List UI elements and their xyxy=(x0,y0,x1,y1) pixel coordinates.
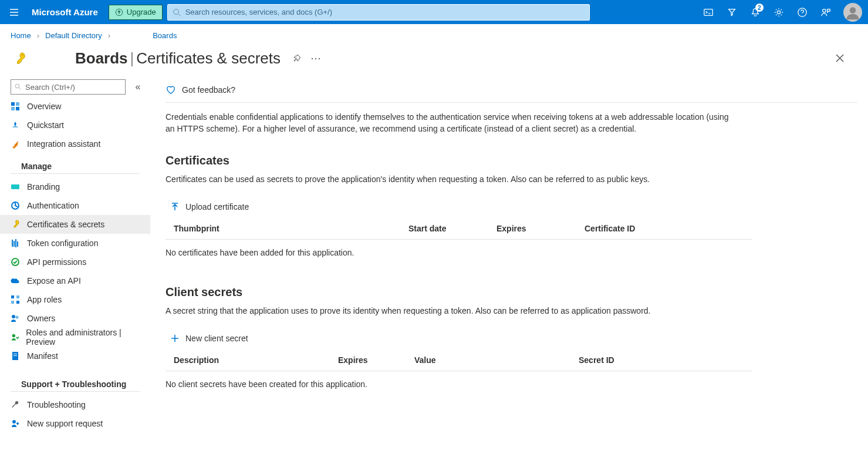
sidebar-item-api-permissions[interactable]: API permissions xyxy=(0,253,150,271)
sidebar-item-quickstart[interactable]: Quickstart xyxy=(0,116,150,135)
search-icon xyxy=(173,8,181,16)
svg-point-26 xyxy=(12,420,16,424)
svg-rect-24 xyxy=(13,354,17,354)
sidebar-item-label: API permissions xyxy=(27,257,86,267)
sidebar-item-label: Expose an API xyxy=(27,276,81,285)
sidebar-item-label: Certificates & secrets xyxy=(27,220,104,229)
app-key-icon xyxy=(11,52,75,65)
cloud-icon xyxy=(11,276,20,285)
token-icon xyxy=(11,238,20,248)
sidebar-item-manifest[interactable]: Manifest xyxy=(0,347,150,365)
new-client-secret-button[interactable]: New client secret xyxy=(170,327,857,350)
brand-label[interactable]: Microsoft Azure xyxy=(28,7,109,17)
cloud-shell-button[interactable] xyxy=(697,0,720,24)
help-button[interactable] xyxy=(791,0,814,24)
sidebar-item-troubleshooting[interactable]: Troubleshooting xyxy=(0,395,150,414)
col-certificate-id: Certificate ID xyxy=(576,218,752,240)
collapse-sidebar-button[interactable]: « xyxy=(130,79,146,95)
sidebar-item-overview[interactable]: Overview xyxy=(0,97,150,116)
sidebar-item-certificates[interactable]: Certificates & secrets xyxy=(0,215,150,234)
sidebar-item-label: Roles and administrators | Preview xyxy=(26,328,140,347)
svg-rect-18 xyxy=(11,301,14,304)
breadcrumb-home[interactable]: Home xyxy=(11,31,31,40)
svg-rect-17 xyxy=(16,295,19,298)
plus-icon xyxy=(170,334,180,343)
heart-icon xyxy=(166,85,176,95)
sidebar-item-label: Manifest xyxy=(27,351,58,361)
upload-certificate-label: Upload certificate xyxy=(185,202,249,211)
sidebar-item-owners[interactable]: Owners xyxy=(0,309,150,328)
secrets-desc: A secret string that the application use… xyxy=(166,306,857,315)
svg-rect-9 xyxy=(11,102,15,106)
svg-rect-16 xyxy=(11,295,14,298)
sidebar-item-label: Troubleshooting xyxy=(27,400,86,409)
sidebar-search[interactable]: Search (Ctrl+/) xyxy=(11,79,126,95)
col-thumbprint: Thumbprint xyxy=(166,218,400,240)
main-content: Got feedback? Credentials enable confide… xyxy=(150,77,868,441)
sidebar-item-roles-admins[interactable]: Roles and administrators | Preview xyxy=(0,328,150,347)
certificates-empty: No certificates have been added for this… xyxy=(166,248,857,257)
close-button[interactable] xyxy=(828,46,852,70)
secrets-table: Description Expires Value Secret ID xyxy=(166,350,752,371)
upload-certificate-button[interactable]: Upload certificate xyxy=(170,196,857,218)
permissions-icon xyxy=(11,257,20,267)
svg-rect-19 xyxy=(16,301,19,304)
col-description: Description xyxy=(166,350,330,371)
sidebar-item-label: Integration assistant xyxy=(27,139,100,149)
breadcrumb-app[interactable]: Boards xyxy=(153,31,177,40)
col-secret-id: Secret ID xyxy=(570,350,752,371)
secrets-empty: No client secrets have been created for … xyxy=(166,379,857,389)
global-search-placeholder: Search resources, services, and docs (G+… xyxy=(185,8,332,16)
upgrade-button[interactable]: Upgrade xyxy=(109,5,163,20)
sidebar-item-label: Token configuration xyxy=(27,238,98,248)
svg-point-1 xyxy=(173,9,178,14)
global-search[interactable]: Search resources, services, and docs (G+… xyxy=(167,4,590,21)
svg-point-3 xyxy=(777,11,780,14)
breadcrumb-directory[interactable]: Default Directory xyxy=(45,31,102,40)
sidebar-item-token[interactable]: Token configuration xyxy=(0,234,150,253)
more-button[interactable]: ⋯ xyxy=(306,49,325,68)
directory-filter-button[interactable] xyxy=(720,0,744,24)
manifest-icon xyxy=(11,351,20,361)
feedback-link[interactable]: Got feedback? xyxy=(166,77,857,103)
sidebar-group-manage: Manage xyxy=(11,153,140,174)
svg-point-6 xyxy=(850,7,856,14)
sidebar-item-branding[interactable]: Branding xyxy=(0,177,150,196)
sidebar-item-authentication[interactable]: Authentication xyxy=(0,196,150,215)
sidebar-item-support-request[interactable]: New support request xyxy=(0,414,150,433)
settings-button[interactable] xyxy=(767,0,791,24)
pin-button[interactable] xyxy=(288,49,306,68)
notifications-button[interactable]: 2 xyxy=(744,0,767,24)
overview-icon xyxy=(11,102,20,111)
col-expires: Expires xyxy=(330,350,406,371)
sidebar-item-integration[interactable]: Integration assistant xyxy=(0,135,150,153)
feedback-button[interactable] xyxy=(814,0,837,24)
key-icon xyxy=(11,220,20,229)
search-icon xyxy=(15,83,22,90)
branding-icon xyxy=(11,182,20,191)
svg-point-20 xyxy=(12,315,15,318)
sidebar-item-label: App roles xyxy=(27,295,62,304)
certificates-table: Thumbprint Start date Expires Certificat… xyxy=(166,218,752,240)
svg-rect-13 xyxy=(11,184,19,189)
account-button[interactable] xyxy=(843,3,862,22)
sidebar-item-label: Authentication xyxy=(27,201,79,210)
support-icon xyxy=(11,419,20,428)
quickstart-icon xyxy=(11,120,20,130)
feedback-label: Got feedback? xyxy=(182,85,235,95)
sidebar-group-support: Support + Troubleshooting xyxy=(11,371,140,392)
sidebar-item-expose-api[interactable]: Expose an API xyxy=(0,271,150,290)
admin-icon xyxy=(11,332,19,342)
sidebar-item-label: New support request xyxy=(27,419,103,428)
upgrade-label: Upgrade xyxy=(127,8,156,16)
sidebar-item-app-roles[interactable]: App roles xyxy=(0,290,150,309)
help-icon xyxy=(797,7,808,18)
auth-icon xyxy=(11,201,20,210)
svg-point-7 xyxy=(22,54,23,55)
page-title: Boards|Certificates & secrets xyxy=(75,49,281,68)
hamburger-icon[interactable] xyxy=(0,0,28,24)
gear-icon xyxy=(774,7,784,18)
new-client-secret-label: New client secret xyxy=(185,334,248,343)
sidebar-search-placeholder: Search (Ctrl+/) xyxy=(25,83,75,92)
col-start-date: Start date xyxy=(400,218,488,240)
